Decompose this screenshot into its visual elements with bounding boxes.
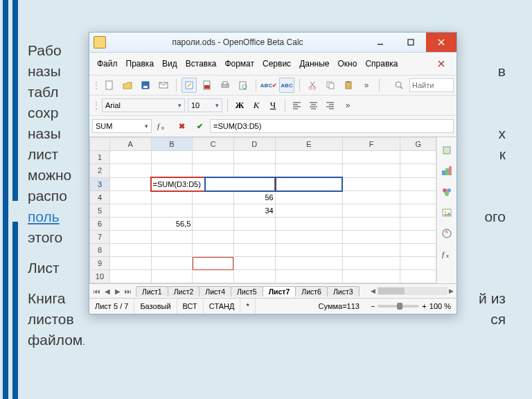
email-icon[interactable]	[156, 78, 171, 93]
properties-icon[interactable]	[439, 163, 454, 179]
menu-format[interactable]: Формат	[221, 57, 258, 70]
spreadsheet-grid[interactable]: A B C D E F G 1 2 3 =SUM(D3:D5) 456	[89, 137, 436, 283]
styles-icon[interactable]	[439, 184, 454, 200]
font-size-select[interactable]: 10▾	[188, 98, 222, 112]
copy-icon[interactable]	[323, 78, 338, 93]
svg-rect-1	[408, 39, 414, 45]
sheet-tab-strip: ⏮ ◀ ▶ ⏭ Лист1 Лист2 Лист4 Лист5 Лист7 Ли…	[89, 283, 456, 298]
status-insert-mode[interactable]: ВСТ	[177, 299, 204, 314]
open-icon[interactable]	[120, 78, 135, 93]
svg-text:f: f	[442, 250, 445, 258]
edit-mode-icon[interactable]	[181, 78, 197, 93]
cell-d4[interactable]: 56	[233, 191, 275, 204]
sheet-tab[interactable]: Лист3	[327, 286, 360, 296]
svg-rect-22	[347, 81, 350, 82]
italic-button[interactable]: К	[249, 99, 263, 112]
tab-prev-icon[interactable]: ◀	[103, 287, 112, 295]
zoom-out-icon[interactable]: −	[371, 302, 375, 310]
navigator-icon[interactable]	[439, 226, 454, 241]
menu-view[interactable]: Вид	[159, 57, 181, 70]
accept-icon[interactable]: ✔	[192, 118, 207, 134]
find-icon[interactable]	[391, 78, 407, 93]
spellcheck-icon[interactable]: ABC✔	[261, 78, 276, 93]
col-header-c[interactable]: C	[193, 138, 234, 151]
hscrollbar[interactable]	[377, 287, 447, 295]
sheet-tab[interactable]: Лист1	[136, 286, 168, 296]
toolbar-grip[interactable]: ⋮	[92, 100, 99, 110]
close-button[interactable]	[426, 33, 456, 52]
bold-button[interactable]: Ж	[233, 99, 247, 112]
svg-rect-41	[445, 168, 449, 175]
menu-insert[interactable]: Вставка	[182, 57, 220, 70]
tab-first-icon[interactable]: ⏮	[92, 287, 102, 295]
function-wizard-icon[interactable]: fx	[154, 118, 171, 134]
standard-toolbar: ⋮ ABC✔ ABC »	[89, 76, 456, 96]
menu-help[interactable]: Справка	[362, 57, 401, 70]
col-header-b[interactable]: B	[151, 138, 193, 151]
svg-text:x: x	[161, 125, 164, 131]
cell-d5[interactable]: 34	[233, 204, 275, 218]
range-outline-e2e3	[204, 177, 276, 193]
sheet-tab[interactable]: Лист5	[231, 286, 263, 296]
menu-file[interactable]: Файл	[94, 57, 121, 70]
col-header-g[interactable]: G	[400, 138, 436, 151]
status-page-style[interactable]: Базовый	[134, 299, 177, 314]
menu-tools[interactable]: Сервис	[259, 57, 294, 70]
zoom-slider[interactable]	[378, 305, 419, 308]
align-center-button[interactable]	[307, 99, 321, 112]
corner-cell[interactable]	[90, 138, 110, 151]
menu-window[interactable]: Окно	[334, 57, 360, 70]
status-sum[interactable]: Сумма=113	[313, 299, 365, 314]
status-bar: Лист 5 / 7 Базовый ВСТ СТАНД * Сумма=113…	[89, 298, 456, 314]
auto-spellcheck-icon[interactable]: ABC	[279, 78, 294, 93]
zoom-in-icon[interactable]: +	[422, 302, 426, 310]
col-header-f[interactable]: F	[342, 138, 400, 151]
titlebar[interactable]: пароли.ods - OpenOffice Beta Calc	[89, 33, 456, 53]
save-icon[interactable]	[138, 78, 153, 93]
minimize-button[interactable]	[365, 33, 396, 52]
gallery-icon[interactable]	[439, 205, 454, 220]
menu-edit[interactable]: Правка	[123, 57, 158, 70]
sidebar-toggle-icon[interactable]	[439, 143, 454, 158]
maximize-button[interactable]	[396, 33, 426, 52]
col-header-d[interactable]: D	[233, 138, 275, 151]
svg-point-23	[396, 82, 401, 87]
pdf-export-icon[interactable]	[200, 78, 215, 93]
font-name-select[interactable]: Arial▾	[102, 98, 185, 112]
print-icon[interactable]	[218, 78, 233, 93]
svg-point-43	[443, 188, 447, 193]
more-icon[interactable]: »	[359, 78, 374, 93]
col-header-e[interactable]: E	[275, 138, 342, 151]
svg-rect-40	[442, 170, 445, 175]
new-doc-icon[interactable]	[102, 78, 117, 93]
paste-icon[interactable]	[341, 78, 356, 93]
hscroll-right-icon[interactable]: ▶	[449, 287, 454, 294]
cancel-icon[interactable]: ✖	[174, 118, 189, 134]
cell-b6[interactable]: 56,5	[151, 218, 193, 231]
svg-point-44	[447, 188, 451, 193]
align-left-button[interactable]	[290, 99, 304, 112]
find-input[interactable]	[409, 78, 454, 92]
toolbar-grip[interactable]: ⋮	[92, 80, 99, 90]
formula-input[interactable]	[210, 119, 454, 133]
preview-icon[interactable]	[236, 78, 251, 93]
tab-last-icon[interactable]: ⏭	[123, 287, 133, 295]
cut-icon[interactable]	[305, 78, 320, 93]
status-selection-mode[interactable]: СТАНД	[204, 299, 241, 314]
tab-next-icon[interactable]: ▶	[113, 287, 123, 295]
col-header-a[interactable]: A	[109, 138, 151, 151]
name-box[interactable]: SUM▾	[92, 119, 152, 133]
align-right-button[interactable]	[323, 99, 337, 112]
close-doc-icon[interactable]	[430, 55, 452, 73]
chevron-down-icon: ▾	[178, 102, 181, 109]
zoom-level[interactable]: 100 %	[429, 302, 451, 310]
sheet-tab[interactable]: Лист4	[199, 286, 231, 296]
functions-icon[interactable]: fx	[439, 247, 454, 262]
sheet-tab-active[interactable]: Лист7	[263, 286, 296, 296]
more-icon[interactable]: »	[340, 98, 355, 113]
sheet-tab[interactable]: Лист2	[168, 286, 200, 296]
menu-data[interactable]: Данные	[296, 57, 332, 70]
underline-button[interactable]: Ч	[266, 99, 280, 112]
hscroll-left-icon[interactable]: ◀	[371, 287, 375, 294]
sheet-tab[interactable]: Лист6	[295, 286, 328, 296]
